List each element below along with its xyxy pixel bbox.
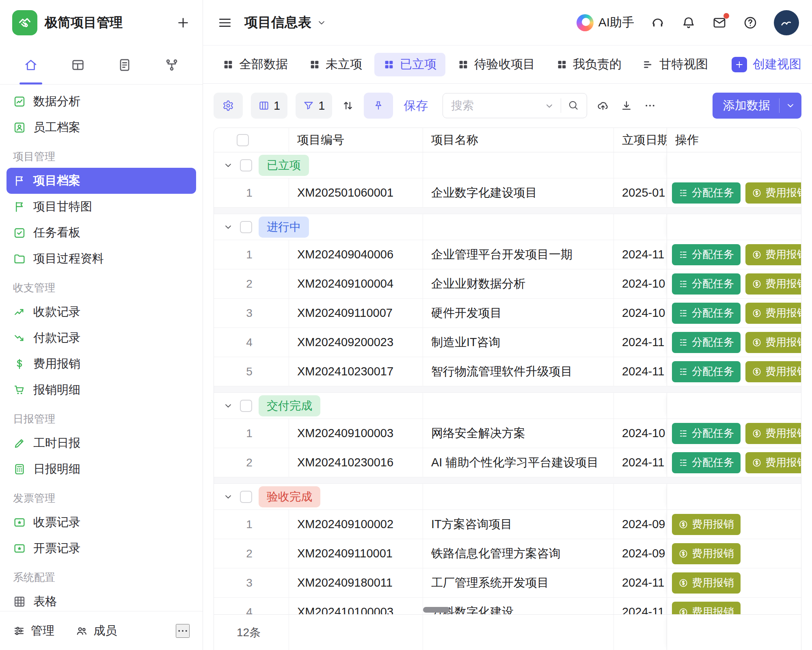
field-config-button[interactable]: 1 <box>251 93 287 119</box>
tab-initiated[interactable]: 已立项 <box>374 53 445 76</box>
column-header-actions[interactable]: 操作 <box>667 128 801 152</box>
assign-task-button[interactable]: 分配任务 <box>672 452 741 473</box>
cell-project-code[interactable]: XM202410230016 <box>289 448 423 477</box>
assign-task-button[interactable]: 分配任务 <box>672 303 741 324</box>
assign-task-button[interactable]: 分配任务 <box>672 182 741 204</box>
filter-button[interactable]: 1 <box>296 93 332 119</box>
cell-project-name[interactable]: 企业管理平台开发项目一期 <box>423 240 614 269</box>
group-collapse-button[interactable] <box>223 160 233 171</box>
sidebar-item-invoice-issued[interactable]: 开票记录 <box>6 535 196 561</box>
group-collapse-button[interactable] <box>223 401 233 411</box>
cell-project-code[interactable]: XM202409100003 <box>289 419 423 448</box>
search-icon[interactable] <box>568 100 579 111</box>
expense-button[interactable]: 费用报销 <box>745 182 801 204</box>
cell-project-code[interactable]: XM202409040006 <box>289 240 423 269</box>
sidebar-item-expense-claims[interactable]: 费用报销 <box>6 351 196 377</box>
group-select-checkbox[interactable] <box>240 400 252 412</box>
cell-project-code[interactable]: XM202409110007 <box>289 299 423 327</box>
cell-project-name[interactable]: AI 辅助个性化学习平台建设项目 <box>423 448 614 477</box>
settings-button[interactable] <box>214 93 243 119</box>
cell-project-code[interactable]: XM202409100004 <box>289 269 423 298</box>
nav-tab-home[interactable] <box>24 46 38 84</box>
sidebar-item-payments[interactable]: 付款记录 <box>6 325 196 351</box>
assign-task-button[interactable]: 分配任务 <box>672 423 741 444</box>
export-button[interactable] <box>619 100 634 112</box>
sidebar-item-tables[interactable]: 表格 <box>6 589 196 611</box>
workspace-add-button[interactable] <box>176 15 190 30</box>
chevron-down-icon[interactable] <box>544 101 555 111</box>
column-header-name[interactable]: 项目名称 <box>423 128 614 152</box>
expense-button[interactable]: 费用报销 <box>672 514 741 535</box>
expense-button[interactable]: 费用报销 <box>745 303 801 324</box>
group-select-checkbox[interactable] <box>240 221 252 233</box>
sort-button[interactable] <box>340 100 356 112</box>
column-header-code[interactable]: 项目编号 <box>289 128 423 152</box>
group-select-checkbox[interactable] <box>240 491 252 503</box>
cell-project-name[interactable]: 智行物流管理软件升级项目 <box>423 357 614 386</box>
save-button[interactable]: 保存 <box>401 98 430 114</box>
sidebar-item-project-gantt[interactable]: 项目甘特图 <box>6 194 196 220</box>
tab-gantt-view[interactable]: 甘特视图 <box>634 53 717 76</box>
assign-task-button[interactable]: 分配任务 <box>672 244 741 265</box>
notifications-button[interactable] <box>681 15 696 30</box>
user-avatar[interactable] <box>774 10 799 35</box>
expense-button[interactable]: 费用报销 <box>745 332 801 353</box>
tab-all-data[interactable]: 全部数据 <box>214 53 297 76</box>
cell-project-name[interactable]: 硬件开发项目 <box>423 299 614 327</box>
tab-my-projects[interactable]: 我负责的 <box>547 53 631 76</box>
add-data-button[interactable]: 添加数据 <box>713 93 801 119</box>
cell-project-name[interactable]: 企业业财数据分析 <box>423 269 614 298</box>
cell-project-name[interactable]: 制造业IT咨询 <box>423 328 614 357</box>
group-collapse-button[interactable] <box>223 492 233 502</box>
cell-project-code[interactable]: XM202409180011 <box>289 568 423 597</box>
manage-button[interactable]: 管理 <box>13 623 54 639</box>
assign-task-button[interactable]: 分配任务 <box>672 332 741 353</box>
help-button[interactable] <box>743 15 758 30</box>
sidebar-item-data-analysis[interactable]: 数据分析 <box>6 89 196 115</box>
expense-button[interactable]: 费用报销 <box>672 572 741 594</box>
more-actions-button[interactable] <box>642 100 658 112</box>
import-button[interactable] <box>595 100 611 112</box>
cell-project-code[interactable]: XM202409200023 <box>289 328 423 357</box>
assign-task-button[interactable]: 分配任务 <box>672 273 741 295</box>
ai-assistant-button[interactable]: AI助手 <box>577 14 634 31</box>
select-all-checkbox[interactable] <box>237 134 249 146</box>
sidebar-item-project-files[interactable]: 项目档案 <box>6 168 196 194</box>
cell-project-name[interactable]: 工厂管理系统开发项目 <box>423 568 614 597</box>
inbox-button[interactable] <box>712 15 727 30</box>
nav-tab-workflow[interactable] <box>164 46 179 84</box>
nav-tab-tables[interactable] <box>71 46 85 84</box>
sidebar-item-employee-files[interactable]: 员工档案 <box>6 115 196 141</box>
sidebar-item-project-materials[interactable]: 项目过程资料 <box>6 246 196 272</box>
cell-project-name[interactable]: 铁路信息化管理方案咨询 <box>423 539 614 568</box>
expense-button[interactable]: 费用报销 <box>745 452 801 473</box>
collapse-sidebar-button[interactable] <box>218 15 232 30</box>
tab-pending-acceptance[interactable]: 待验收项目 <box>449 53 544 76</box>
expense-button[interactable]: 费用报销 <box>745 273 801 295</box>
column-header-date[interactable]: 立项日期 <box>614 128 667 152</box>
members-button[interactable]: 成员 <box>76 623 117 639</box>
expense-button[interactable]: 费用报销 <box>745 244 801 265</box>
view-title[interactable]: 项目信息表 <box>244 13 327 32</box>
cell-project-name[interactable]: 网络安全解决方案 <box>423 419 614 448</box>
sidebar-item-daily-details[interactable]: 日报明细 <box>6 456 196 482</box>
sidebar-item-work-hours[interactable]: 工时日报 <box>6 430 196 456</box>
cell-project-code[interactable]: XM202409110001 <box>289 539 423 568</box>
create-view-button[interactable]: 创建视图 <box>732 56 801 73</box>
sidebar-item-task-board[interactable]: 任务看板 <box>6 220 196 246</box>
chevron-down-icon[interactable] <box>780 100 801 111</box>
nav-tab-documents[interactable] <box>117 46 132 84</box>
expense-button[interactable]: 费用报销 <box>745 361 801 382</box>
cell-project-name[interactable]: 企业数字化建设项目 <box>423 178 614 207</box>
assign-task-button[interactable]: 分配任务 <box>672 361 741 382</box>
sidebar-more-button[interactable] <box>176 624 190 638</box>
group-collapse-button[interactable] <box>223 222 233 232</box>
group-select-checkbox[interactable] <box>240 159 252 171</box>
expense-button[interactable]: 费用报销 <box>672 543 741 564</box>
cell-project-code[interactable]: XM202409100002 <box>289 510 423 539</box>
sidebar-item-receipts[interactable]: 收款记录 <box>6 299 196 325</box>
tab-not-initiated[interactable]: 未立项 <box>300 53 371 76</box>
sidebar-item-invoice-received[interactable]: 收票记录 <box>6 509 196 535</box>
horizontal-scrollbar[interactable] <box>423 607 450 613</box>
search-input[interactable] <box>443 93 587 118</box>
